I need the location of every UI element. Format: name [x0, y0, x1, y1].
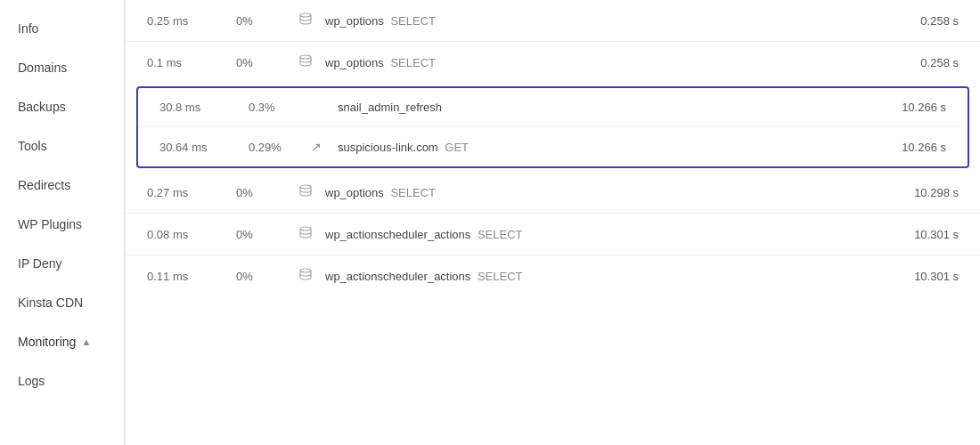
row-percent: 0.29%	[249, 141, 311, 154]
row-percent: 0%	[236, 14, 298, 28]
row-method: SELECT	[388, 14, 436, 28]
sidebar-item-ip-deny[interactable]: IP Deny	[0, 244, 124, 283]
row-time: 0.11 ms	[147, 270, 236, 283]
svg-point-1	[300, 55, 311, 59]
svg-point-4	[300, 269, 311, 272]
sidebar-item-logs[interactable]: Logs	[0, 361, 124, 400]
row-name: snail_admin_refresh	[338, 101, 857, 114]
row-percent: 0.3%	[249, 101, 311, 114]
database-icon	[298, 54, 325, 70]
database-icon	[298, 12, 325, 28]
top-rows-section: 0.25 ms0%wp_options SELECT0.258 s0.1 ms0…	[126, 0, 980, 83]
row-method: GET	[442, 141, 469, 154]
row-method: SELECT	[388, 56, 436, 69]
svg-point-2	[300, 185, 311, 189]
row-name: wp_actionscheduler_actions SELECT	[325, 270, 870, 283]
row-duration: 10.301 s	[870, 228, 959, 241]
table-row: 0.11 ms0%wp_actionscheduler_actions SELE…	[126, 255, 980, 296]
highlighted-section: 30.8 ms0.3%snail_admin_refresh10.266 s30…	[136, 86, 969, 168]
row-name: wp_options SELECT	[325, 186, 870, 199]
table-row: 30.8 ms0.3%snail_admin_refresh10.266 s	[138, 88, 968, 127]
table-container: 0.25 ms0%wp_options SELECT0.258 s0.1 ms0…	[126, 0, 980, 296]
bottom-rows-section: 0.27 ms0%wp_options SELECT10.298 s0.08 m…	[126, 172, 980, 296]
row-name: wp_options SELECT	[325, 14, 870, 28]
row-time: 30.8 ms	[159, 101, 249, 114]
database-icon	[298, 268, 325, 284]
row-duration: 10.266 s	[857, 101, 946, 114]
database-icon	[298, 184, 325, 200]
row-method: SELECT	[474, 270, 522, 283]
svg-point-0	[300, 13, 311, 17]
sidebar-item-monitoring[interactable]: Monitoring▲	[0, 322, 124, 361]
row-percent: 0%	[236, 186, 298, 199]
sidebar-item-domains[interactable]: Domains	[0, 48, 124, 87]
row-duration: 0.258 s	[870, 14, 959, 28]
table-row: 0.27 ms0%wp_options SELECT10.298 s	[126, 172, 980, 214]
sidebar-item-kinsta-cdn[interactable]: Kinsta CDN	[0, 283, 124, 322]
row-duration: 0.258 s	[870, 56, 959, 69]
external-link-icon: ↗	[311, 140, 338, 154]
row-name: suspicious-link.com GET	[338, 141, 857, 154]
row-percent: 0%	[236, 56, 298, 69]
row-duration: 10.301 s	[870, 270, 959, 283]
row-time: 0.1 ms	[147, 56, 236, 69]
monitoring-badge: ▲	[81, 336, 91, 347]
table-row: 0.25 ms0%wp_options SELECT0.258 s	[126, 0, 980, 42]
sidebar-item-backups[interactable]: Backups	[0, 87, 124, 126]
row-name: wp_actionscheduler_actions SELECT	[325, 228, 870, 241]
sidebar-item-tools[interactable]: Tools	[0, 126, 124, 166]
sidebar-item-info[interactable]: Info	[0, 9, 124, 48]
sidebar-item-wp-plugins[interactable]: WP Plugins	[0, 205, 124, 244]
row-time: 0.25 ms	[147, 14, 236, 28]
table-row: 30.64 ms0.29%↗suspicious-link.com GET10.…	[138, 127, 968, 166]
table-row: 0.08 ms0%wp_actionscheduler_actions SELE…	[126, 214, 980, 255]
row-method: SELECT	[474, 228, 522, 241]
row-time: 0.27 ms	[147, 186, 236, 199]
svg-point-3	[300, 227, 311, 231]
table-row: 0.1 ms0%wp_options SELECT0.258 s	[126, 42, 980, 83]
row-name: wp_options SELECT	[325, 56, 870, 69]
main-content: 0.25 ms0%wp_options SELECT0.258 s0.1 ms0…	[125, 0, 980, 445]
row-time: 0.08 ms	[147, 228, 236, 241]
row-percent: 0%	[236, 228, 298, 241]
row-method: SELECT	[388, 186, 436, 199]
row-duration: 10.266 s	[857, 141, 946, 154]
row-duration: 10.298 s	[870, 186, 959, 199]
database-icon	[298, 226, 325, 242]
row-percent: 0%	[236, 270, 298, 283]
row-time: 30.64 ms	[159, 141, 249, 154]
sidebar-item-redirects[interactable]: Redirects	[0, 166, 124, 205]
sidebar: InfoDomainsBackupsToolsRedirectsWP Plugi…	[0, 0, 125, 445]
